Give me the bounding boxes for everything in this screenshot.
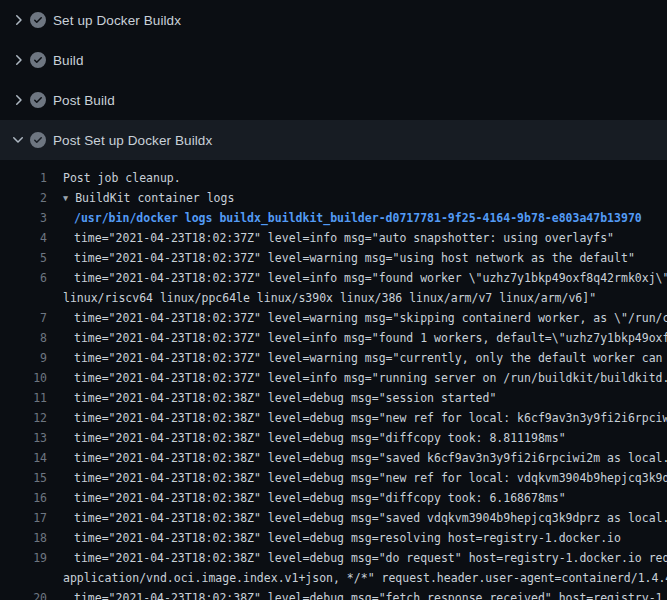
log-line: 18time="2021-04-23T18:02:38Z" level=debu… bbox=[0, 528, 667, 548]
log-line-number[interactable]: 6 bbox=[0, 268, 47, 288]
log-line-text: application/vnd.oci.image.index.v1+json,… bbox=[63, 568, 667, 588]
chevron-right-icon bbox=[10, 52, 26, 68]
log-line-number[interactable]: 19 bbox=[0, 548, 47, 568]
log-line-number bbox=[0, 288, 47, 308]
log-line: 17time="2021-04-23T18:02:38Z" level=debu… bbox=[0, 508, 667, 528]
log-line: 6time="2021-04-23T18:02:37Z" level=info … bbox=[0, 268, 667, 288]
step-row[interactable]: Build bbox=[0, 40, 667, 80]
chevron-down-icon bbox=[10, 132, 26, 148]
chevron-right-icon bbox=[10, 12, 26, 28]
log-line-number[interactable]: 4 bbox=[0, 228, 47, 248]
log-line-number[interactable]: 18 bbox=[0, 528, 47, 548]
log-line: 11time="2021-04-23T18:02:38Z" level=debu… bbox=[0, 388, 667, 408]
check-circle-icon bbox=[30, 92, 46, 108]
step-label: Post Build bbox=[53, 93, 115, 108]
log-command-text: /usr/bin/docker logs buildx_buildkit_bui… bbox=[74, 208, 642, 228]
log-line-text: time="2021-04-23T18:02:37Z" level=info m… bbox=[74, 228, 614, 248]
step-label: Build bbox=[53, 53, 84, 68]
log-line-number[interactable]: 5 bbox=[0, 248, 47, 268]
log-line: 9time="2021-04-23T18:02:37Z" level=warni… bbox=[0, 348, 667, 368]
log-line-text: time="2021-04-23T18:02:38Z" level=debug … bbox=[74, 588, 667, 600]
log-line: 5time="2021-04-23T18:02:37Z" level=warni… bbox=[0, 248, 667, 268]
log-line-number[interactable]: 2 bbox=[0, 188, 47, 208]
step-row[interactable]: Set up Docker Buildx bbox=[0, 0, 667, 40]
log-line-text: time="2021-04-23T18:02:37Z" level=warnin… bbox=[74, 248, 635, 268]
log-line-number bbox=[0, 568, 47, 588]
log-line: 8time="2021-04-23T18:02:37Z" level=info … bbox=[0, 328, 667, 348]
log-line-number[interactable]: 1 bbox=[0, 168, 47, 188]
log-line-text: time="2021-04-23T18:02:38Z" level=debug … bbox=[74, 528, 621, 548]
log-line-text: time="2021-04-23T18:02:38Z" level=debug … bbox=[74, 508, 667, 528]
step-label: Set up Docker Buildx bbox=[53, 13, 181, 28]
log-line: 2▼BuildKit container logs bbox=[0, 188, 667, 208]
log-line: 19time="2021-04-23T18:02:38Z" level=debu… bbox=[0, 548, 667, 568]
log-line-text: Post job cleanup. bbox=[63, 168, 181, 188]
log-line-text: time="2021-04-23T18:02:37Z" level=warnin… bbox=[74, 348, 667, 368]
log-line-number[interactable]: 8 bbox=[0, 328, 47, 348]
log-line-text: time="2021-04-23T18:02:37Z" level=info m… bbox=[74, 328, 667, 348]
group-title[interactable]: BuildKit container logs bbox=[75, 191, 234, 205]
log-line-number[interactable]: 20 bbox=[0, 588, 47, 600]
step-row[interactable]: Post Set up Docker Buildx bbox=[0, 120, 667, 160]
log-line: 4time="2021-04-23T18:02:37Z" level=info … bbox=[0, 228, 667, 248]
log-line-text: ▼BuildKit container logs bbox=[63, 188, 234, 208]
check-circle-icon bbox=[30, 52, 46, 68]
log-line-text: time="2021-04-23T18:02:37Z" level=warnin… bbox=[74, 308, 667, 328]
log-line-text: time="2021-04-23T18:02:38Z" level=debug … bbox=[74, 488, 566, 508]
check-circle-icon bbox=[30, 132, 46, 148]
steps-list: Set up Docker BuildxBuildPost BuildPost … bbox=[0, 0, 667, 160]
step-row[interactable]: Post Build bbox=[0, 80, 667, 120]
log-line-number[interactable]: 11 bbox=[0, 388, 47, 408]
log-line: 10time="2021-04-23T18:02:37Z" level=info… bbox=[0, 368, 667, 388]
log-line: 16time="2021-04-23T18:02:38Z" level=debu… bbox=[0, 488, 667, 508]
log-line-text: time="2021-04-23T18:02:38Z" level=debug … bbox=[74, 548, 667, 568]
chevron-right-icon bbox=[10, 92, 26, 108]
log-line: 13time="2021-04-23T18:02:38Z" level=debu… bbox=[0, 428, 667, 448]
log-line: 12time="2021-04-23T18:02:38Z" level=debu… bbox=[0, 408, 667, 428]
log-line-number[interactable]: 17 bbox=[0, 508, 47, 528]
log-line-text: time="2021-04-23T18:02:38Z" level=debug … bbox=[74, 388, 496, 408]
log-area: 1Post job cleanup.2▼BuildKit container l… bbox=[0, 160, 667, 600]
log-line-continuation: linux/riscv64 linux/ppc64le linux/s390x … bbox=[0, 288, 667, 308]
log-line-number[interactable]: 13 bbox=[0, 428, 47, 448]
log-line-number[interactable]: 10 bbox=[0, 368, 47, 388]
log-line-text: time="2021-04-23T18:02:37Z" level=info m… bbox=[74, 368, 667, 388]
log-line-number[interactable]: 9 bbox=[0, 348, 47, 368]
log-line-number[interactable]: 14 bbox=[0, 448, 47, 468]
log-line-text: time="2021-04-23T18:02:37Z" level=info m… bbox=[74, 268, 667, 288]
log-line-number[interactable]: 3 bbox=[0, 208, 47, 228]
log-line-text: time="2021-04-23T18:02:38Z" level=debug … bbox=[74, 468, 667, 488]
log-line-number[interactable]: 7 bbox=[0, 308, 47, 328]
log-line: 14time="2021-04-23T18:02:38Z" level=debu… bbox=[0, 448, 667, 468]
actions-log-viewer: Set up Docker BuildxBuildPost BuildPost … bbox=[0, 0, 667, 600]
log-line-text: time="2021-04-23T18:02:38Z" level=debug … bbox=[74, 448, 667, 468]
log-line-number[interactable]: 12 bbox=[0, 408, 47, 428]
step-label: Post Set up Docker Buildx bbox=[53, 133, 212, 148]
log-line-text: time="2021-04-23T18:02:38Z" level=debug … bbox=[74, 428, 566, 448]
log-line-text: time="2021-04-23T18:02:38Z" level=debug … bbox=[74, 408, 667, 428]
group-collapse-triangle-icon[interactable]: ▼ bbox=[63, 188, 68, 208]
check-circle-icon bbox=[30, 12, 46, 28]
log-line: 20time="2021-04-23T18:02:38Z" level=debu… bbox=[0, 588, 667, 600]
log-line: 1Post job cleanup. bbox=[0, 168, 667, 188]
log-line-text: linux/riscv64 linux/ppc64le linux/s390x … bbox=[63, 288, 596, 308]
log-line-number[interactable]: 16 bbox=[0, 488, 47, 508]
log-line-continuation: application/vnd.oci.image.index.v1+json,… bbox=[0, 568, 667, 588]
log-line-number[interactable]: 15 bbox=[0, 468, 47, 488]
log-line: 7time="2021-04-23T18:02:37Z" level=warni… bbox=[0, 308, 667, 328]
log-line: 15time="2021-04-23T18:02:38Z" level=debu… bbox=[0, 468, 667, 488]
log-line: 3/usr/bin/docker logs buildx_buildkit_bu… bbox=[0, 208, 667, 228]
